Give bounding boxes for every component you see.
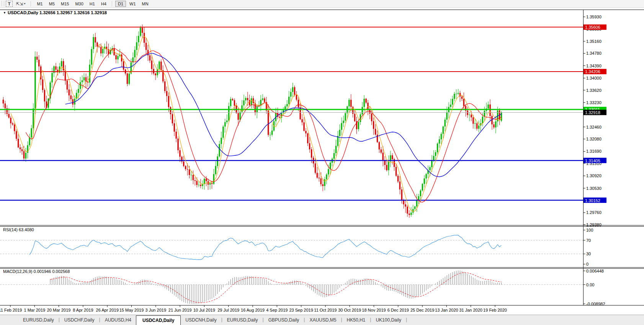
date-axis-label: 11 Feb 2019: [0, 308, 22, 312]
toolbar-separator-2: [112, 1, 113, 7]
macd-axis-tick: 0.006448: [586, 269, 604, 273]
date-axis-label: 10 Jul 2019: [193, 308, 215, 312]
tab-eurusd-daily-1[interactable]: EURUSD,Daily: [18, 315, 59, 325]
tab-hk50-h1[interactable]: HK50,H1: [342, 315, 370, 325]
price-axis-tick: 1.34000: [586, 76, 602, 80]
hline-price-label: 1.34206: [584, 69, 606, 74]
rsi-indicator-label: RSI(14) 63.4080: [3, 227, 34, 232]
tab-eurusd-daily-2[interactable]: EURUSD,Daily: [222, 315, 263, 325]
price-axis-tick: 1.29760: [586, 210, 602, 215]
macd-axis-tick: -0.008982: [586, 302, 605, 306]
chart-tabs-bar: EURUSD,Daily| USDCHF,Daily| AUDUSD,H4 US…: [0, 315, 644, 325]
tab-usdcad-daily[interactable]: USDCAD,Daily: [136, 315, 181, 325]
date-axis-label: 8 Apr 2019: [73, 308, 93, 312]
timeframe-m30-button[interactable]: M30: [72, 1, 86, 7]
price-axis-tick: 1.29380: [586, 222, 602, 227]
toolbar-grip[interactable]: [2, 1, 4, 6]
timeframe-h1-button[interactable]: H1: [87, 1, 98, 7]
tab-gbpusd-daily[interactable]: GBPUSD,Daily: [264, 315, 304, 325]
timeframe-m1-button[interactable]: M1: [34, 1, 45, 7]
timeframe-d1-button[interactable]: D1: [115, 1, 126, 7]
timeframe-m5-button[interactable]: M5: [46, 1, 57, 7]
price-axis-tick: 1.31690: [586, 149, 602, 154]
tab-uk100-daily[interactable]: UK100,Daily: [371, 315, 406, 325]
hline-price-label: 1.31405: [584, 158, 606, 163]
date-axis-label: 26 Apr 2019: [96, 308, 119, 312]
price-axis-tick: 1.32080: [586, 137, 602, 141]
price-chart-canvas[interactable]: 1.359301.355501.351601.347801.343901.340…: [0, 7, 644, 315]
svg-text:1.30152: 1.30152: [585, 198, 600, 203]
tab-xauusd-m5[interactable]: XAUUSD,M5: [305, 315, 341, 325]
date-axis-label: 21 Jun 2019: [168, 308, 192, 312]
svg-text:1.35606: 1.35606: [585, 25, 600, 29]
price-axis-tick: 1.35930: [586, 15, 602, 19]
current-price-label: 1.32918: [584, 110, 606, 115]
timeframe-w1-button[interactable]: W1: [127, 1, 139, 7]
date-axis-label: 11 Oct 2019: [314, 308, 337, 312]
top-toolbar: T ⇱⇲ ▾ M1 M5 M15 M30 H1 H4 D1 W1 MN: [0, 0, 644, 8]
cursor-arrows-icon: ⇱⇲: [16, 1, 23, 7]
date-axis-label: 4 Sep 2019: [266, 308, 288, 312]
date-axis-label: 23 Sep 2019: [289, 308, 313, 312]
price-axis-tick: 1.32460: [586, 125, 602, 129]
macd-axis-tick: 0.00: [586, 283, 594, 287]
date-axis-label: 30 Oct 2019: [338, 308, 361, 312]
hline-price-label: 1.30152: [584, 198, 606, 203]
svg-text:1.32918: 1.32918: [585, 110, 600, 115]
date-axis-label: 25 Dec 2019: [410, 308, 434, 312]
date-axis-label: 1 Mar 2019: [24, 308, 45, 312]
timeframe-h4-button[interactable]: H4: [98, 1, 109, 7]
price-axis-tick: 1.33620: [586, 88, 602, 93]
macd-indicator-label: MACD(12,26,9) 0.001946 0.002568: [3, 269, 70, 274]
date-axis-label: 29 Jul 2019: [217, 308, 239, 312]
hline-price-label: 1.35606: [584, 24, 606, 30]
date-axis-label: 13 Jan 2020: [435, 308, 458, 312]
price-axis-tick: 1.30530: [586, 186, 602, 191]
price-axis-tick: 1.35160: [586, 39, 602, 44]
rsi-axis-tick: 30: [586, 252, 591, 256]
timeframe-mn-button[interactable]: MN: [139, 1, 151, 7]
date-axis-label: 6 Dec 2019: [387, 308, 409, 312]
tab-usdcnh-daily[interactable]: USDCNH,Daily: [181, 315, 221, 325]
date-axis-label: 3 Jun 2019: [145, 308, 166, 312]
price-axis-tick: 1.34390: [586, 64, 602, 68]
rsi-axis-tick: 100: [586, 228, 593, 232]
toolbar-separator: [31, 1, 31, 7]
date-axis-label: 16 Aug 2019: [241, 308, 265, 312]
date-axis-label: 19 Feb 2020: [483, 308, 507, 312]
tab-audusd-h4[interactable]: AUDUSD,H4: [100, 315, 136, 325]
svg-text:1.34206: 1.34206: [585, 69, 600, 74]
symbol-ohlc-title: USDCAD,Daily 1.32656 1.32957 1.32616 1.3…: [8, 10, 107, 15]
dropdown-caret-icon: ▾: [24, 1, 25, 7]
title-dropdown-icon: ▼: [3, 11, 6, 15]
timeframe-m15-button[interactable]: M15: [58, 1, 72, 7]
date-axis-label: 31 Jan 2020: [459, 308, 482, 312]
rsi-axis-tick: 70: [586, 238, 591, 243]
svg-text:1.31405: 1.31405: [585, 158, 600, 163]
tab-usdchf-daily[interactable]: USDCHF,Daily: [60, 315, 99, 325]
date-axis-label: 20 Mar 2019: [47, 308, 71, 312]
price-axis-tick: 1.30920: [586, 173, 602, 178]
chart-title[interactable]: ▼USDCAD,Daily 1.32656 1.32957 1.32616 1.…: [3, 10, 107, 15]
date-axis-label: 15 May 2019: [119, 308, 144, 312]
rsi-axis-tick: 0: [586, 262, 588, 266]
price-axis-tick: 1.34780: [586, 51, 602, 56]
cursor-tool-button[interactable]: ⇱⇲ ▾: [13, 1, 28, 7]
text-label-tool-button[interactable]: T: [6, 1, 13, 7]
tab-separator: |: [406, 315, 407, 325]
price-axis-tick: 1.33230: [586, 100, 602, 105]
date-axis-label: 18 Nov 2019: [362, 308, 386, 312]
